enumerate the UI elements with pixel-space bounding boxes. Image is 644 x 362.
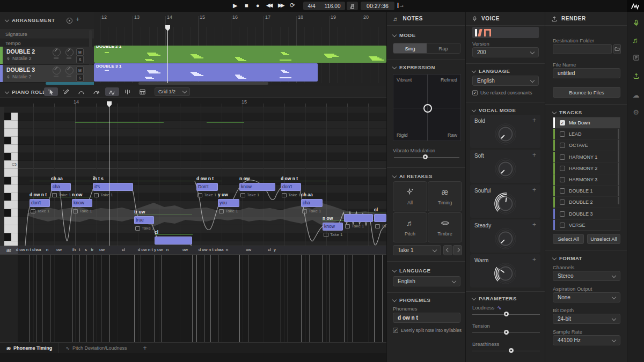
piano-key[interactable]	[4, 233, 18, 241]
tempo-value[interactable]: 116.00	[325, 3, 341, 9]
line-tool[interactable]	[74, 87, 88, 96]
collapse-retakes-icon[interactable]	[392, 173, 397, 178]
pan-knob[interactable]	[65, 48, 74, 56]
arrangement-track-2[interactable]: DOUBLE 3Natalie 2MS	[0, 65, 94, 83]
piano-key[interactable]	[4, 145, 18, 153]
phoneme-cell[interactable]: n	[46, 247, 48, 252]
piano-key[interactable]	[4, 153, 18, 161]
vocal-mode-knob-warm[interactable]	[493, 261, 518, 286]
piano-key[interactable]	[4, 225, 18, 233]
aspiration-output-select[interactable]: None	[553, 292, 620, 302]
render-track-harmony-3[interactable]: HARMONY 3	[553, 174, 620, 186]
piano-key[interactable]	[4, 241, 18, 246]
tension-slider[interactable]	[472, 330, 540, 335]
rewind-button[interactable]: ◀◀	[266, 2, 271, 8]
bounce-button[interactable]: Bounce to Files	[553, 87, 620, 98]
collapse-mode-icon[interactable]	[392, 32, 397, 36]
timeline-scrollbar[interactable]	[138, 82, 268, 85]
phoneme-cell[interactable]: aa	[219, 247, 224, 252]
phoneme-cell[interactable]: ow	[182, 247, 188, 252]
select-tool[interactable]	[44, 87, 58, 96]
add-vocal-mode-icon[interactable]: +	[532, 256, 536, 263]
phoneme-boundary-line[interactable]	[210, 255, 211, 342]
piano-key[interactable]	[4, 185, 18, 193]
roll-playhead-handle[interactable]	[107, 101, 112, 107]
solo-button[interactable]: S	[76, 56, 84, 63]
tempo-box[interactable]: 4/4 116.00	[303, 2, 345, 10]
vibrato-slider[interactable]	[394, 154, 459, 160]
loudness-slider[interactable]	[472, 312, 540, 317]
sidebar-notes-button[interactable]: ♬	[627, 32, 644, 48]
midi-note[interactable]: you	[218, 199, 239, 207]
forward-button[interactable]: ▶▶	[278, 2, 283, 8]
note-language-select[interactable]: English	[393, 276, 460, 286]
voice-language-select[interactable]: English	[472, 76, 539, 86]
phonemes-input[interactable]: d ow n t	[393, 313, 460, 323]
note-take-label[interactable]: Take 1	[94, 193, 113, 197]
render-track-lead[interactable]: LEAD	[553, 129, 620, 140]
phoneme-boundary-line[interactable]	[72, 255, 72, 342]
sidebar-mic-button[interactable]	[627, 15, 644, 31]
piano-key[interactable]: C5	[4, 161, 18, 169]
render-track-double-1[interactable]: DOUBLE 1	[553, 186, 620, 197]
phoneme-timing-lane[interactable]	[0, 255, 386, 342]
breathiness-slider[interactable]	[472, 348, 540, 353]
phoneme-boundary-line[interactable]	[301, 255, 302, 342]
vocal-mode-knob-soft[interactable]	[493, 157, 518, 181]
piano-key-black[interactable]	[4, 113, 11, 120]
clock-box[interactable]: 00:27:36	[361, 2, 394, 10]
version-select[interactable]: 200	[472, 47, 539, 57]
retake-pitch-button[interactable]: ♬Pitch	[393, 212, 427, 242]
mute-button[interactable]: M	[76, 48, 84, 56]
destination-folder-input[interactable]	[553, 44, 612, 54]
collapse-vocal-mode-icon[interactable]	[472, 107, 476, 112]
note-take-label[interactable]: Take 1	[135, 226, 155, 231]
phoneme-cell[interactable]: ow	[246, 247, 251, 252]
piano-view-tool[interactable]	[135, 87, 149, 96]
midi-note[interactable]: cha	[301, 199, 323, 207]
note-take-label[interactable]: Take 1	[197, 193, 217, 197]
phoneme-boundary-line[interactable]	[50, 255, 50, 342]
volume-knob[interactable]	[53, 48, 61, 56]
track-checkbox[interactable]	[560, 188, 565, 194]
phoneme-boundary-line[interactable]	[86, 255, 86, 342]
mode-rap-button[interactable]: Rap	[427, 43, 460, 53]
phoneme-cell[interactable]: aa	[36, 247, 41, 252]
timeline[interactable]: 121314151617181920DOUBLE 2 1DOUBLE 3 1	[94, 12, 386, 86]
note-take-label[interactable]: Take 1	[345, 224, 364, 228]
note-take-label[interactable]: Take 1	[375, 224, 386, 228]
phoneme-boundary-line[interactable]	[374, 255, 375, 342]
note-take-label[interactable]: Take 1	[73, 209, 92, 213]
phoneme-boundary-line[interactable]	[36, 255, 36, 342]
mode-sing-button[interactable]: Sing	[393, 43, 427, 53]
render-track-double-3[interactable]: DOUBLE 3	[553, 209, 620, 220]
note-take-label[interactable]: Take 1	[282, 193, 301, 197]
select-all-button[interactable]: Select All	[553, 234, 584, 244]
track-checkbox[interactable]	[560, 143, 565, 148]
phoneme-cell[interactable]: uw	[99, 247, 105, 252]
add-vocal-mode-icon[interactable]: +	[532, 186, 536, 194]
render-track-harmony-2[interactable]: HARMONY 2	[553, 163, 620, 174]
note-take-label[interactable]: Take 1	[31, 209, 50, 213]
next-take-button[interactable]	[453, 245, 462, 255]
timeline-playhead[interactable]	[167, 25, 168, 83]
go-to-end-button[interactable]: |→	[397, 2, 405, 8]
tab-phoneme-timing[interactable]: æ Phoneme Timing	[0, 343, 59, 353]
piano-key[interactable]	[4, 169, 18, 177]
add-vocal-mode-icon[interactable]: +	[532, 221, 536, 228]
midi-note[interactable]: know	[72, 199, 92, 207]
vocal-mode-knob-soulful[interactable]	[493, 191, 518, 216]
prev-take-button[interactable]	[443, 245, 452, 255]
phoneme-cell[interactable]: d ow n t ch	[199, 247, 219, 252]
track-checkbox[interactable]	[560, 200, 565, 205]
collapse-voice-language-icon[interactable]	[472, 68, 476, 72]
timeline-clip-double-2-1[interactable]: DOUBLE 2 1	[94, 46, 386, 63]
note-take-label[interactable]: Take 1	[324, 232, 343, 237]
pitch-tool[interactable]	[105, 87, 119, 96]
track-checkbox[interactable]	[560, 131, 565, 137]
piano-key-black[interactable]	[4, 233, 11, 241]
midi-note[interactable]: don't	[281, 183, 301, 191]
grid-select[interactable]: Grid 1/2	[155, 87, 190, 96]
phoneme-boundary-line[interactable]	[196, 255, 197, 342]
phoneme-boundary-line[interactable]	[281, 255, 281, 342]
